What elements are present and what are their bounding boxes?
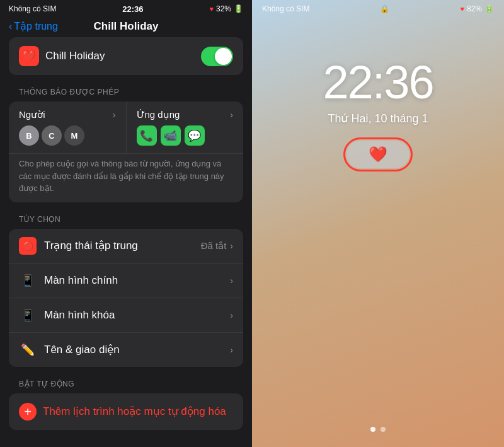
lock-date: Thứ Hai, 10 tháng 1 (328, 112, 428, 125)
avatars-group: B C M (19, 125, 116, 146)
home-screen-label: Màn hình chính (44, 274, 230, 287)
lock-screen-chevron: › (230, 310, 233, 320)
notif-section: Người › B C M Ứng dụng › (9, 102, 243, 202)
avatar-c: C (42, 125, 62, 146)
time-left: 22:36 (122, 4, 143, 14)
people-label: Người (19, 109, 45, 120)
status-bar-left: Không có SIM 22:36 ♥ 32% 🔋 (0, 0, 252, 18)
lock-icon: 🔒 (380, 4, 389, 13)
chill-holiday-row: ❤️ Chill Holiday (9, 37, 243, 75)
apps-label: Ứng dụng (137, 109, 180, 120)
apps-chevron: › (230, 110, 233, 120)
name-appearance-row[interactable]: ✏️ Tên & giao diện › (9, 333, 243, 367)
add-auto-label: Thêm lịch trình hoặc mục tự động hóa (43, 405, 226, 418)
plus-circle-icon: + (19, 403, 37, 421)
name-appearance-icon: ✏️ (19, 341, 37, 359)
people-chevron: › (113, 110, 116, 120)
chill-toggle[interactable] (201, 47, 233, 66)
dot-1 (370, 427, 375, 432)
battery-icon-left: 🔋 (234, 4, 243, 13)
app-icons-group: 📞 📹 💬 (137, 125, 234, 146)
scroll-content: ❤️ Chill Holiday THÔNG BÁO ĐƯỢC PHÉP Ngư… (0, 37, 252, 447)
chill-left-group: ❤️ Chill Holiday (19, 46, 105, 66)
status-bar-right-group: ♥ 32% 🔋 (209, 4, 243, 13)
lock-icon-group: 🔒 (380, 4, 389, 13)
avatar-m: M (64, 125, 84, 146)
pencil-icon: ✏️ (21, 343, 35, 357)
add-auto-row[interactable]: + Thêm lịch trình hoặc mục tự động hóa (9, 393, 243, 430)
focus-status-label: Trạng thái tập trung (44, 239, 201, 252)
notif-section-label: THÔNG BÁO ĐƯỢC PHÉP (9, 88, 252, 102)
focus-widget-heart-icon: ❤️ (369, 146, 387, 163)
notif-desc: Cho phép cuộc gọi và thông báo từ người,… (9, 154, 243, 202)
nav-bar: ‹ Tập trung Chill Holiday (0, 18, 252, 37)
focus-status-icon-symbol: 🔴 (23, 241, 33, 251)
heart-status-icon: ♥ (209, 5, 214, 13)
carrier-right: Không có SIM (262, 4, 309, 13)
right-status-right-group: ♥ 82% 🔋 (460, 4, 494, 13)
chill-heart-icon: ❤️ (19, 46, 39, 66)
dot-2 (381, 427, 386, 432)
lock-screen-icon: 📱 (19, 306, 37, 324)
left-panel: Không có SIM 22:36 ♥ 32% 🔋 ‹ Tập trung C… (0, 0, 252, 447)
status-bar-right: Không có SIM 🔒 ♥ 82% 🔋 (252, 0, 504, 18)
carrier-left: Không có SIM (9, 4, 56, 13)
phone-app-icon: 📞 (137, 125, 157, 146)
lock-screen-icon-symbol: 📱 (21, 308, 35, 322)
battery-icon-right: 🔋 (484, 4, 494, 13)
focus-status-value: Đã tắt (201, 240, 227, 252)
heart-status-icon-right: ♥ (460, 5, 464, 13)
facetime-app-icon: 📹 (161, 125, 181, 146)
back-label: Tập trung (14, 20, 58, 32)
lock-screen-row[interactable]: 📱 Màn hình khóa › (9, 298, 243, 333)
notif-rows: Người › B C M Ứng dụng › (9, 102, 243, 154)
auto-section: + Thêm lịch trình hoặc mục tự động hóa (9, 393, 243, 430)
auto-section-label: BẬT TỰ ĐỘNG (9, 380, 252, 393)
apps-row[interactable]: Ứng dụng › 📞 📹 💬 (127, 102, 244, 153)
focus-status-chevron: › (230, 241, 233, 251)
battery-percent-right: 82% (467, 4, 482, 13)
home-screen-chevron: › (230, 276, 233, 286)
chevron-left-icon: ‹ (9, 21, 12, 32)
avatar-b: B (19, 125, 39, 146)
focus-status-row[interactable]: 🔴 Trạng thái tập trung Đã tắt › (9, 229, 243, 264)
options-section-label: TÙY CHỌN (9, 215, 252, 229)
page-dots (370, 427, 386, 432)
focus-status-icon: 🔴 (19, 237, 37, 255)
home-screen-icon-symbol: 📱 (21, 274, 35, 287)
lock-screen-label: Màn hình khóa (44, 309, 230, 322)
chill-label: Chill Holiday (45, 50, 105, 62)
right-panel: Không có SIM 🔒 ♥ 82% 🔋 22:36 Thứ Hai, 10… (252, 0, 504, 447)
options-section: 🔴 Trạng thái tập trung Đã tắt › 📱 Màn hì… (9, 229, 243, 367)
name-appearance-label: Tên & giao diện (44, 343, 230, 356)
home-screen-row[interactable]: 📱 Màn hình chính › (9, 264, 243, 298)
back-button[interactable]: ‹ Tập trung (9, 20, 58, 32)
name-appearance-chevron: › (230, 345, 233, 355)
people-row[interactable]: Người › B C M (9, 102, 127, 153)
messages-app-icon: 💬 (185, 125, 205, 146)
battery-percent-left: 32% (216, 4, 231, 13)
focus-widget[interactable]: ❤️ (346, 141, 410, 168)
nav-title: Chill Holiday (94, 20, 159, 33)
home-screen-icon: 📱 (19, 272, 37, 289)
lock-time: 22:36 (323, 55, 433, 109)
